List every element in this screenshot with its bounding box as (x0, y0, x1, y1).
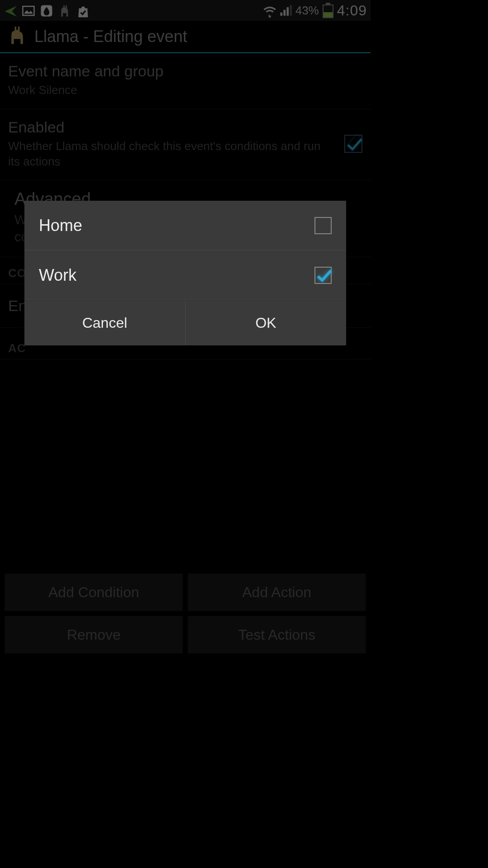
dialog-item-label: Home (39, 216, 82, 235)
dialog-checkbox-home[interactable] (314, 217, 332, 234)
area-picker-dialog: Home Work Cancel OK (24, 201, 346, 345)
check-icon (317, 266, 332, 282)
dialog-actions: Cancel OK (24, 300, 346, 345)
dialog-checkbox-work[interactable] (314, 267, 332, 284)
dialog-item-label: Work (39, 266, 76, 285)
dialog-item-work[interactable]: Work (24, 250, 346, 300)
ok-button[interactable]: OK (186, 301, 347, 345)
dialog-item-home[interactable]: Home (24, 201, 346, 250)
cancel-button[interactable]: Cancel (24, 301, 186, 345)
